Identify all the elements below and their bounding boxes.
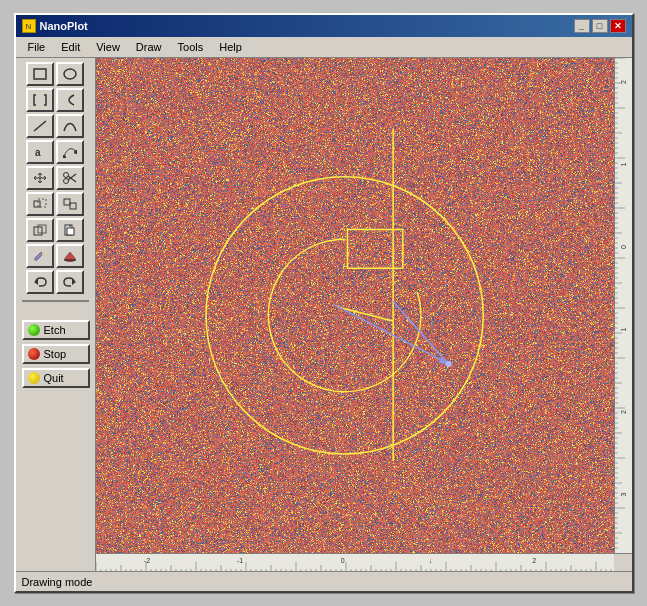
quit-button[interactable]: Quit [22,368,90,388]
redo-tool[interactable] [56,270,84,294]
group-tool[interactable] [26,192,54,216]
action-buttons: Etch Stop Quit [20,316,91,392]
tool-row-6 [20,192,91,216]
tool-row-2 [20,88,91,112]
rect-tool[interactable] [26,62,54,86]
title-bar-left: N NanoPlot [22,19,88,33]
svg-rect-13 [70,203,76,209]
canvas-wrapper [96,58,632,553]
svg-rect-12 [64,199,70,205]
scissors-tool[interactable] [56,166,84,190]
toolbar-separator [22,300,89,302]
svg-point-1 [64,69,76,79]
ruler-bottom [96,553,632,571]
svg-point-4 [63,155,66,158]
ruler-right [614,58,632,553]
title-buttons: _ □ ✕ [574,19,626,33]
svg-line-2 [34,121,46,131]
svg-point-19 [42,253,44,255]
ruler-bottom-canvas [96,554,614,571]
svg-rect-10 [34,201,40,207]
tool-row-8 [20,244,91,268]
c-curve-tool[interactable] [56,88,84,112]
canvas-area [96,58,632,571]
toolbar: a [16,58,96,571]
svg-point-6 [64,179,69,184]
main-window: N NanoPlot _ □ ✕ File Edit View Draw Too… [14,13,634,593]
quit-label: Quit [44,372,64,384]
close-button[interactable]: ✕ [610,19,626,33]
menu-bar: File Edit View Draw Tools Help [16,37,632,58]
ruler-right-canvas [615,58,632,553]
ruler-corner [614,554,632,571]
menu-tools[interactable]: Tools [170,39,212,55]
ungroup-tool[interactable] [56,192,84,216]
menu-edit[interactable]: Edit [53,39,88,55]
title-bar: N NanoPlot _ □ ✕ [16,15,632,37]
paint-tool[interactable] [26,244,54,268]
fill-tool[interactable] [56,244,84,268]
bezier-tool[interactable] [56,114,84,138]
svg-rect-0 [34,69,46,79]
status-bar: Drawing mode [16,571,632,591]
line-tool[interactable] [26,114,54,138]
move-tool[interactable] [26,166,54,190]
tool-row-1 [20,62,91,86]
maximize-button[interactable]: □ [592,19,608,33]
stop-dot [28,348,40,360]
stop-button[interactable]: Stop [22,344,90,364]
ruler-h-area [96,554,614,571]
menu-draw[interactable]: Draw [128,39,170,55]
tool-row-9 [20,270,91,294]
svg-text:a: a [35,147,41,158]
stop-label: Stop [44,348,67,360]
menu-view[interactable]: View [88,39,128,55]
svg-rect-11 [38,199,46,207]
main-canvas[interactable] [96,58,614,553]
etch-label: Etch [44,324,66,336]
paste-tool[interactable] [56,218,84,242]
status-text: Drawing mode [22,576,93,588]
open-rect-tool[interactable] [26,88,54,112]
tool-row-7 [20,218,91,242]
window-title: NanoPlot [40,20,88,32]
copy-tool[interactable] [26,218,54,242]
tool-row-3 [20,114,91,138]
drawing-canvas[interactable] [96,58,614,553]
etch-button[interactable]: Etch [22,320,90,340]
undo-tool[interactable] [26,270,54,294]
node-tool[interactable] [56,140,84,164]
text-tool[interactable]: a [26,140,54,164]
etch-dot [28,324,40,336]
svg-point-7 [64,173,69,178]
ellipse-tool[interactable] [56,62,84,86]
menu-file[interactable]: File [20,39,54,55]
app-icon: N [22,19,36,33]
tool-row-4: a [20,140,91,164]
menu-help[interactable]: Help [211,39,250,55]
main-area: a [16,58,632,571]
tool-row-5 [20,166,91,190]
quit-dot [28,372,40,384]
svg-rect-17 [67,228,74,235]
minimize-button[interactable]: _ [574,19,590,33]
